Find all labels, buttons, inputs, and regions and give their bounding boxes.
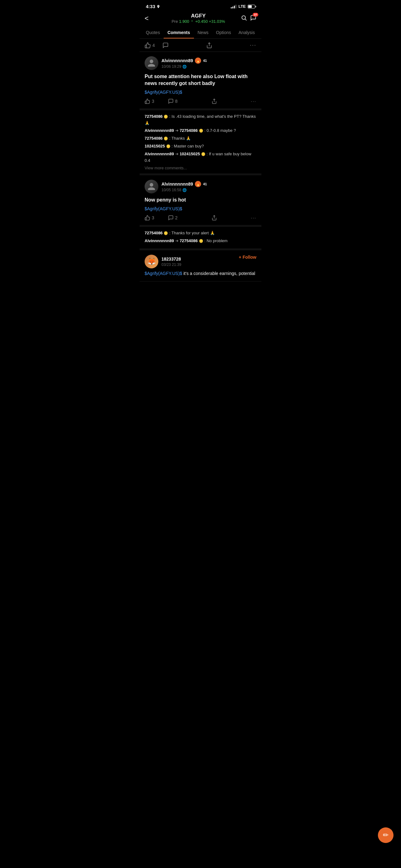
comment-1-5: Alvinnnnnnn89 ➜ 102415025 🪙 : If u wan s… bbox=[144, 151, 257, 164]
post-1-author-row: Alvinnnnnnn89 🔥 41 bbox=[162, 58, 257, 64]
price-change2: +31.03% bbox=[209, 19, 225, 24]
post-2-comment-btn[interactable]: 2 bbox=[168, 215, 178, 221]
post-3-header-row: 🦊 18233728 03/23 21:39 + Follow bbox=[144, 255, 257, 269]
more-options-button[interactable]: ··· bbox=[250, 42, 257, 49]
post-3-author: 18233728 bbox=[162, 256, 181, 261]
status-right: LTE bbox=[231, 4, 255, 9]
comment-2-1-text: : Thanks for your alert 🙏 bbox=[169, 230, 215, 235]
comment-1-2-author: Alvinnnnnnn89 bbox=[144, 128, 174, 133]
post-3-avatar-emoji: 🦊 bbox=[147, 257, 156, 266]
post-1-like-count: 3 bbox=[152, 99, 154, 104]
share-icon bbox=[206, 42, 212, 49]
post-1-author: Alvinnnnnnn89 bbox=[162, 58, 193, 63]
post-1-text: Put some attention here also Low float w… bbox=[144, 73, 257, 87]
comment-1-1-coin-icon: 🪙 bbox=[164, 115, 168, 118]
post-2-badge-num: 41 bbox=[203, 182, 207, 186]
post-2-badge: 🔥 bbox=[195, 181, 201, 187]
tab-news[interactable]: News bbox=[194, 27, 212, 38]
like-button[interactable]: 4 bbox=[144, 42, 155, 49]
post-2-text: Now penny is hot bbox=[144, 196, 257, 204]
price-change1: +0.450 bbox=[195, 19, 208, 24]
comment-1-5-arrow: ➜ bbox=[175, 152, 180, 156]
post-1-avatar[interactable] bbox=[144, 56, 158, 70]
post-2-timestamp: 10/05 16:58 bbox=[162, 188, 181, 192]
back-button[interactable]: < bbox=[144, 14, 156, 23]
post-actions-bar: 4 ··· bbox=[140, 39, 261, 52]
comment-2-1: 72754086 🪙 : Thanks for your alert 🙏 bbox=[144, 230, 257, 237]
post-1-badge: 🔥 bbox=[195, 58, 201, 64]
comment-2-1-coin-icon: 🪙 bbox=[164, 231, 168, 235]
post-2-share-icon bbox=[211, 215, 217, 221]
share-button[interactable] bbox=[206, 42, 212, 49]
post-2-share-btn[interactable] bbox=[211, 215, 217, 221]
navigation-tabs: Quotes Comments News Options Analysis ☰ bbox=[140, 26, 261, 39]
comment-icon bbox=[162, 42, 169, 49]
post-1: Alvinnnnnnn89 🔥 41 10/06 19:29 🌐 Put som… bbox=[140, 52, 261, 110]
tab-quotes[interactable]: Quotes bbox=[142, 27, 164, 38]
comment-1-4-author: 102415025 bbox=[144, 144, 165, 148]
post-2-comment-count: 2 bbox=[175, 215, 178, 220]
post-2-avatar[interactable] bbox=[144, 180, 158, 193]
up-arrow-icon bbox=[190, 19, 194, 23]
tab-analysis[interactable]: Analysis bbox=[235, 27, 259, 38]
battery-indicator bbox=[248, 5, 255, 8]
comment-button[interactable] bbox=[162, 42, 169, 49]
post-1-more-btn[interactable]: ··· bbox=[251, 99, 257, 104]
post-3-time: 03/23 21:39 bbox=[162, 262, 181, 267]
view-more-1[interactable]: View more comments... bbox=[144, 165, 257, 170]
post-1-share-btn[interactable] bbox=[211, 98, 217, 104]
post-2-like-btn[interactable]: 3 bbox=[144, 215, 154, 221]
post-2-tag[interactable]: $Agrify(AGFY.US)$ bbox=[144, 206, 257, 211]
signal-bar-1 bbox=[231, 7, 232, 8]
signal-bar-2 bbox=[232, 6, 233, 8]
post-1-badge-num: 41 bbox=[203, 59, 207, 62]
post-1-like-btn[interactable]: 3 bbox=[144, 98, 154, 104]
comment-1-2-coin-icon: 🪙 bbox=[199, 129, 203, 132]
chat-button[interactable]: 37 bbox=[250, 15, 257, 22]
comment-1-5-reply-to: 102415025 bbox=[179, 152, 200, 156]
ticker-title: AGFY bbox=[156, 13, 241, 19]
post-2-body: Now penny is hot $Agrify(AGFY.US)$ bbox=[144, 196, 257, 211]
follow-button[interactable]: + Follow bbox=[239, 255, 257, 260]
comment-1-3-coin-icon: 🪙 bbox=[164, 136, 168, 140]
comment-1-1-author: 72754086 bbox=[144, 114, 163, 119]
comment-1-3: 72754086 🪙 : Thanks 🙏 bbox=[144, 135, 257, 142]
comment-1-5-author: Alvinnnnnnn89 bbox=[144, 152, 174, 156]
post-1-meta: Alvinnnnnnn89 🔥 41 10/06 19:29 🌐 bbox=[162, 58, 257, 69]
like-icon bbox=[144, 42, 151, 49]
post-3: 🦊 18233728 03/23 21:39 + Follow $Agrify(… bbox=[140, 250, 261, 281]
post-3-tag[interactable]: $Agrify(AGFY.US)$ bbox=[144, 271, 182, 276]
post-1-comments: 72754086 🪙 : Is .43 loading time, and wh… bbox=[140, 110, 261, 174]
post-2-footer: 3 2 ··· bbox=[144, 215, 257, 221]
post-2-more-btn[interactable]: ··· bbox=[251, 215, 257, 220]
svg-line-1 bbox=[245, 19, 247, 20]
comment-2-1-author: 72754086 bbox=[144, 230, 163, 235]
post-3-meta: 18233728 03/23 21:39 bbox=[162, 256, 181, 267]
tab-menu-button[interactable]: ☰ bbox=[259, 26, 261, 38]
comment-1-4-coin-icon: 🪙 bbox=[166, 144, 170, 148]
post-1-time: 10/06 19:29 🌐 bbox=[162, 64, 257, 69]
post-2-like-icon bbox=[144, 215, 150, 221]
tab-comments[interactable]: Comments bbox=[164, 27, 194, 38]
comment-1-3-text: : Thanks 🙏 bbox=[169, 136, 191, 141]
post-1-comment-count: 8 bbox=[175, 99, 178, 104]
status-time: 4:33 bbox=[146, 4, 160, 9]
post-2-avatar-icon bbox=[147, 182, 156, 191]
post-3-preview: $Agrify(AGFY.US)$ it's a considerable ea… bbox=[144, 270, 257, 277]
post-3-preview-text: it's a considerable earnings, potential bbox=[183, 271, 255, 276]
battery-fill bbox=[248, 5, 252, 8]
signal-bars bbox=[231, 5, 236, 8]
post-3-avatar[interactable]: 🦊 bbox=[144, 255, 158, 269]
search-icon bbox=[241, 15, 247, 21]
lte-label: LTE bbox=[238, 4, 246, 9]
comment-1-1: 72754086 🪙 : Is .43 loading time, and wh… bbox=[144, 114, 257, 127]
search-button[interactable] bbox=[241, 15, 247, 22]
post-1-footer: 3 8 ··· bbox=[144, 98, 257, 104]
tab-options[interactable]: Options bbox=[212, 27, 235, 38]
comment-1-3-author: 72754086 bbox=[144, 136, 163, 141]
post-1-comment-btn[interactable]: 8 bbox=[168, 98, 178, 104]
post-1-tag[interactable]: $Agrify(AGFY.US)$ bbox=[144, 90, 257, 95]
comment-2-2-reply-to: 72754086 bbox=[179, 239, 198, 243]
comment-1-2-arrow: ➜ bbox=[175, 128, 180, 133]
chat-badge: 37 bbox=[253, 13, 258, 17]
